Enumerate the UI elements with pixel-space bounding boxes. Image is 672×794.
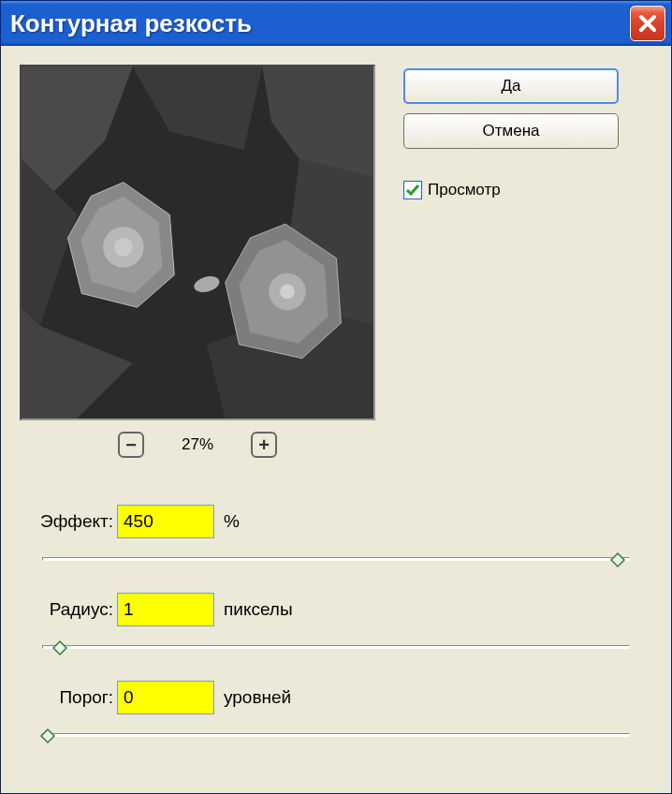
preview-checkbox-label: Просмотр	[428, 181, 501, 199]
slider-groove	[42, 645, 630, 649]
slider-thumb[interactable]	[51, 640, 68, 656]
threshold-slider[interactable]	[42, 722, 630, 750]
preview-checkbox[interactable]	[403, 181, 422, 199]
right-panel: Да Отмена Просмотр	[403, 65, 652, 458]
svg-marker-18	[53, 641, 66, 654]
zoom-out-button[interactable]: −	[118, 432, 144, 458]
threshold-label: Порог:	[23, 687, 117, 708]
preview-checkbox-row: Просмотр	[403, 181, 652, 199]
controls-section: Эффект: % Радиус: пикселы	[20, 505, 652, 769]
threshold-input[interactable]	[117, 681, 214, 714]
radius-slider[interactable]	[42, 634, 630, 662]
effect-label: Эффект:	[23, 511, 117, 532]
zoom-in-button[interactable]: +	[251, 432, 277, 458]
effect-row: Эффект: %	[23, 505, 649, 538]
zoom-level: 27%	[182, 435, 213, 454]
slider-groove	[42, 733, 630, 737]
zoom-controls: − 27% +	[118, 432, 277, 458]
svg-marker-19	[41, 729, 54, 743]
svg-marker-17	[611, 553, 624, 566]
top-row: − 27% + Да Отмена Просм	[20, 65, 652, 458]
cancel-button[interactable]: Отмена	[403, 113, 619, 149]
close-button[interactable]	[630, 6, 665, 41]
ok-button[interactable]: Да	[403, 68, 619, 104]
dialog-window: Контурная резкость	[0, 0, 672, 794]
threshold-row: Порог: уровней	[23, 681, 649, 714]
preview-content	[22, 66, 373, 419]
radius-label: Радиус:	[23, 599, 117, 620]
svg-point-15	[280, 285, 295, 300]
radius-row: Радиус: пикселы	[23, 593, 649, 626]
effect-slider[interactable]	[42, 546, 630, 574]
close-icon	[637, 13, 658, 34]
slider-thumb[interactable]	[39, 728, 56, 744]
radius-unit: пикселы	[224, 599, 293, 620]
checkmark-icon	[405, 183, 420, 198]
window-title: Контурная резкость	[10, 9, 252, 38]
radius-input[interactable]	[117, 593, 214, 626]
minus-icon: −	[125, 434, 137, 456]
slider-thumb[interactable]	[609, 551, 626, 568]
preview-image[interactable]	[20, 65, 375, 420]
slider-groove	[42, 557, 630, 561]
titlebar: Контурная резкость	[1, 1, 671, 46]
preview-section: − 27% +	[20, 65, 375, 458]
effect-unit: %	[224, 511, 240, 532]
plus-icon: +	[258, 434, 270, 456]
svg-point-11	[114, 238, 133, 257]
threshold-unit: уровней	[224, 687, 291, 708]
dialog-content: − 27% + Да Отмена Просм	[1, 46, 671, 787]
effect-input[interactable]	[117, 505, 214, 538]
